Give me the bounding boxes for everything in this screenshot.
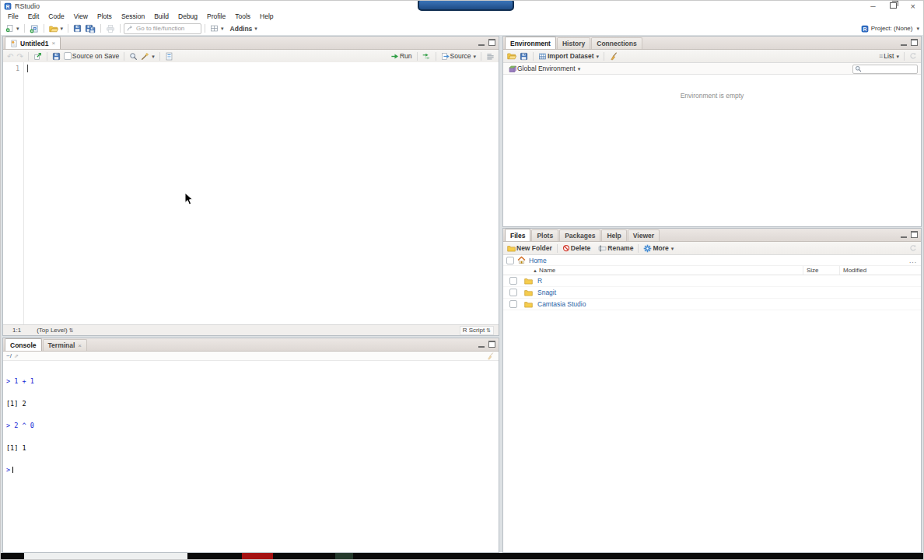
breadcrumb-home-link[interactable]: Home	[529, 257, 547, 264]
column-modified[interactable]: Modified	[843, 267, 866, 274]
minimize-pane-icon[interactable]	[478, 341, 485, 348]
environment-search[interactable]	[852, 65, 918, 74]
load-workspace-button[interactable]	[506, 51, 518, 61]
rerun-button[interactable]	[421, 51, 432, 61]
save-all-button[interactable]	[83, 23, 97, 34]
menu-plots[interactable]: Plots	[93, 12, 117, 22]
select-all-checkbox[interactable]	[506, 257, 514, 264]
menu-profile[interactable]: Profile	[202, 12, 230, 22]
restore-button[interactable]	[890, 1, 897, 12]
close-button[interactable]: ×	[911, 1, 915, 12]
compile-report-button[interactable]	[163, 51, 175, 61]
tab-close-icon[interactable]: ×	[51, 40, 55, 47]
chevron-down-icon: ▾	[254, 26, 257, 31]
clear-environment-button[interactable]	[607, 51, 619, 61]
scope-selector[interactable]: (Top Level) ⇅	[37, 327, 73, 334]
minimize-pane-icon[interactable]	[901, 39, 907, 46]
tab-untitled1[interactable]: Untitled1 ×	[5, 37, 61, 49]
code-tools-button[interactable]: ▾	[139, 51, 156, 61]
project-chooser[interactable]: Project: (None) ▾	[861, 22, 919, 35]
menu-session[interactable]: Session	[117, 12, 149, 22]
refresh-files-button[interactable]	[908, 243, 919, 253]
path-ellipsis-button[interactable]: ...	[909, 257, 917, 264]
code-editor[interactable]: 1	[3, 62, 499, 325]
minimize-pane-icon[interactable]	[901, 231, 907, 238]
maximize-pane-icon[interactable]	[911, 39, 918, 46]
new-folder-button[interactable]: New Folder	[506, 243, 554, 254]
console-output[interactable]: > 1 + 1 [1] 2 > 2 ^ 0 [1] 1 >	[3, 361, 499, 489]
tab-viewer[interactable]: Viewer	[628, 229, 660, 241]
maximize-pane-icon[interactable]	[488, 39, 495, 46]
scope-label: (Top Level)	[37, 327, 68, 334]
source-pane-window-buttons	[478, 39, 495, 46]
run-button[interactable]: Run	[389, 51, 414, 61]
goto-file-search[interactable]	[124, 23, 201, 34]
menu-debug[interactable]: Debug	[173, 12, 202, 22]
file-row[interactable]: Camtasia Studio	[503, 299, 921, 310]
file-row[interactable]: R	[503, 275, 921, 287]
maximize-pane-icon[interactable]	[911, 231, 918, 238]
find-replace-button[interactable]	[128, 51, 139, 61]
folder-link[interactable]: Snagit	[537, 289, 556, 296]
column-name[interactable]: ▲ Name	[533, 267, 555, 274]
tab-environment[interactable]: Environment	[505, 37, 556, 49]
maximize-pane-icon[interactable]	[488, 341, 495, 348]
environment-search-input[interactable]	[863, 65, 915, 72]
popout-mini-icon[interactable]: ⇗	[14, 353, 19, 359]
toolbar-separator	[436, 52, 436, 61]
folder-link[interactable]: R	[537, 277, 542, 285]
popout-window-button[interactable]	[32, 51, 44, 61]
tab-help[interactable]: Help	[601, 229, 626, 241]
folder-link[interactable]: Camtasia Studio	[537, 300, 586, 308]
list-view-button[interactable]: ≡ List ▾	[877, 51, 901, 61]
menu-tools[interactable]: Tools	[230, 12, 255, 22]
tab-terminal[interactable]: Terminal ×	[43, 339, 87, 351]
source-on-save-toggle[interactable]: Source on Save	[62, 51, 121, 61]
pane-layout-button[interactable]: ▾	[208, 23, 226, 33]
save-source-button[interactable]	[51, 51, 62, 61]
minimize-button[interactable]: ─	[870, 1, 875, 12]
row-checkbox[interactable]	[509, 277, 517, 285]
file-type-selector[interactable]: R Script ⇅	[460, 326, 494, 335]
tab-files[interactable]: Files	[505, 229, 530, 241]
refresh-environment-button[interactable]	[908, 51, 919, 61]
row-checkbox[interactable]	[509, 289, 517, 296]
tab-history[interactable]: History	[557, 37, 590, 49]
row-checkbox[interactable]	[509, 300, 517, 308]
back-button[interactable]: ↶	[5, 51, 15, 61]
tab-packages[interactable]: Packages	[559, 229, 600, 241]
tab-plots[interactable]: Plots	[531, 229, 558, 241]
addins-button[interactable]: Addins ▾	[229, 24, 259, 33]
tab-connections[interactable]: Connections	[591, 37, 642, 49]
more-button[interactable]: More ▾	[642, 243, 675, 254]
file-row[interactable]: Snagit	[503, 287, 921, 299]
minimize-pane-icon[interactable]	[478, 39, 485, 46]
save-button[interactable]	[72, 23, 83, 33]
import-dataset-button[interactable]: Import Dataset ▾	[537, 51, 600, 61]
menu-build[interactable]: Build	[149, 12, 173, 22]
menu-edit[interactable]: Edit	[23, 12, 44, 22]
new-file-icon	[5, 24, 14, 33]
delete-button[interactable]: Delete	[561, 243, 593, 253]
print-button[interactable]	[104, 23, 117, 34]
save-workspace-button[interactable]	[518, 51, 530, 61]
goto-file-input[interactable]	[136, 25, 198, 32]
clear-console-button[interactable]	[485, 352, 495, 361]
console-tabstrip: Console Terminal ×	[3, 338, 499, 352]
menu-file[interactable]: File	[3, 12, 23, 22]
open-file-button[interactable]: ▾	[47, 23, 65, 34]
environment-scope-selector[interactable]: Global Environment ▾	[506, 64, 582, 74]
menu-view[interactable]: View	[69, 12, 93, 22]
new-project-button[interactable]	[28, 23, 40, 34]
column-size[interactable]: Size	[807, 267, 819, 274]
document-outline-button[interactable]	[485, 51, 496, 61]
source-button[interactable]: Source ▾	[439, 51, 478, 61]
forward-button[interactable]: ↷	[15, 51, 24, 61]
menu-help[interactable]: Help	[255, 12, 278, 22]
tab-console[interactable]: Console	[5, 338, 42, 351]
rename-button[interactable]: Rename	[597, 243, 635, 254]
source-on-save-checkbox[interactable]	[64, 52, 72, 60]
menu-code[interactable]: Code	[44, 12, 68, 22]
tab-close-icon[interactable]: ×	[78, 342, 82, 349]
new-file-button[interactable]: ▾	[4, 23, 21, 33]
